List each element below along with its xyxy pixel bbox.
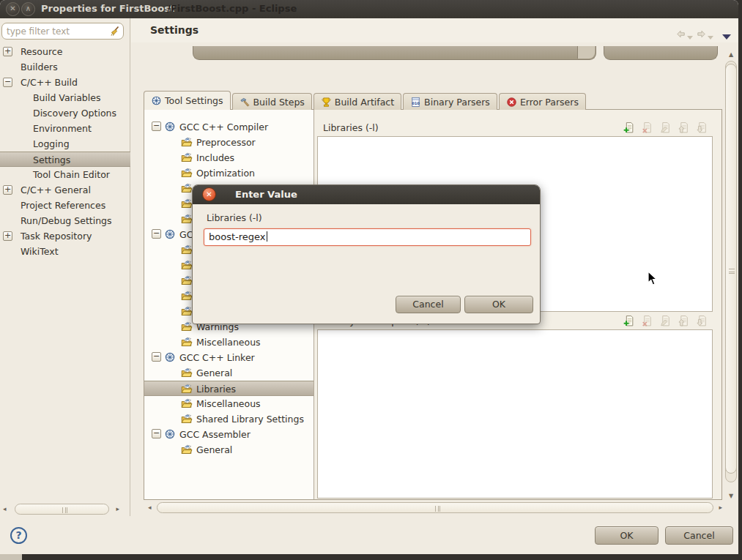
move-up-icon[interactable] [678, 122, 690, 134]
forward-history-dropdown-icon[interactable] [708, 36, 713, 40]
tool-tree-item-gcc-c-linker[interactable]: −GCC C++ Linker [144, 350, 314, 365]
dialog-cancel-button[interactable]: Cancel [396, 296, 461, 313]
libraries-group-title: Libraries (-l) [323, 122, 379, 133]
filter-input[interactable] [7, 25, 105, 37]
tool-tree-item-miscellaneous[interactable]: Miscellaneous [144, 335, 314, 350]
sidebar-item-environment[interactable]: Environment [0, 121, 130, 136]
collapse-icon[interactable]: − [152, 229, 161, 239]
expand-icon[interactable]: + [3, 47, 12, 56]
move-up-icon[interactable] [678, 315, 690, 327]
edit-entry-icon[interactable] [659, 122, 672, 134]
sidebar-item-label: Project References [21, 200, 105, 211]
sidebar-item-task-repository[interactable]: +Task Repository [0, 228, 130, 244]
clear-broom-icon[interactable] [108, 26, 120, 37]
scrollbar-thumb[interactable] [15, 504, 109, 515]
tool-tree-item-gcc-assembler[interactable]: −GCC Assembler [144, 427, 314, 442]
sidebar-item-c-c-build[interactable]: −C/C++ Build [0, 75, 130, 90]
scroll-left-icon[interactable]: ◂ [148, 504, 152, 511]
sidebar-horizontal-scrollbar[interactable]: ◂ ▸ [1, 503, 121, 515]
view-menu-icon[interactable] [722, 34, 731, 40]
tool-tree-item-shared-library-settings[interactable]: Shared Library Settings [144, 411, 314, 427]
ok-button[interactable]: OK [595, 526, 658, 545]
sidebar-item-wikitext[interactable]: WikiText [0, 244, 130, 259]
tab-label: Tool Settings [165, 95, 223, 106]
combo-dropdown-icon[interactable] [577, 46, 595, 59]
scroll-left-icon[interactable]: ◂ [3, 505, 7, 512]
add-entry-icon[interactable] [623, 122, 635, 134]
configuration-combo-clipped[interactable] [193, 46, 596, 60]
sidebar-item-label: Builders [21, 61, 58, 72]
move-down-icon[interactable] [696, 122, 708, 134]
filter-field[interactable] [1, 23, 124, 40]
build-artifact-icon [321, 97, 332, 108]
tool-tree-item-label: General [196, 367, 232, 378]
text-caret [267, 231, 267, 242]
value-input[interactable]: boost-regex [204, 228, 531, 246]
collapse-icon[interactable]: − [152, 122, 161, 131]
expand-icon[interactable]: + [3, 185, 12, 195]
scrollbar-thumb[interactable] [725, 64, 737, 474]
delete-entry-icon[interactable] [641, 122, 653, 134]
tool-tree-item-libraries[interactable]: Libraries [144, 381, 314, 396]
tab-error-parsers[interactable]: Error Parsers [499, 93, 586, 110]
collapse-icon[interactable]: − [152, 352, 161, 362]
sidebar-item-project-references[interactable]: Project References [0, 198, 130, 213]
sidebar-item-resource[interactable]: +Resource [0, 44, 130, 59]
sidebar-item-run-debug-settings[interactable]: Run/Debug Settings [0, 213, 130, 228]
expand-icon[interactable]: + [3, 231, 12, 241]
scroll-down-icon[interactable]: ▼ [725, 493, 737, 499]
tool-tree-item-general[interactable]: General [144, 442, 314, 458]
sidebar-item-build-variables[interactable]: Build Variables [0, 90, 130, 105]
settings-folder-icon [181, 198, 193, 209]
tab-label: Error Parsers [520, 97, 579, 108]
tool-tree-item-preprocessor[interactable]: Preprocessor [144, 135, 314, 150]
tool-tree-item-gcc-c-compiler[interactable]: −GCC C++ Compiler [144, 119, 314, 135]
window-maximize-icon[interactable]: ∧ [21, 2, 35, 16]
forward-arrow-icon[interactable] [696, 29, 707, 40]
delete-entry-icon[interactable] [641, 315, 653, 327]
add-entry-icon[interactable] [623, 315, 635, 327]
sidebar-item-c-c-general[interactable]: +C/C++ General [0, 182, 130, 198]
page-header [131, 18, 738, 42]
tool-tree-item-miscellaneous[interactable]: Miscellaneous [144, 396, 314, 411]
tool-tree-item-label: GCC C++ Compiler [179, 122, 268, 132]
tab-tool-settings[interactable]: Tool Settings [144, 91, 231, 110]
sidebar-item-tool-chain-editor[interactable]: Tool Chain Editor [0, 167, 130, 182]
tool-tree-item-label: Miscellaneous [196, 337, 261, 348]
background-window-title: /FirstBoost.cpp - Eclipse [167, 3, 297, 14]
dialog-close-icon[interactable]: ✕ [202, 187, 216, 201]
search-path-list[interactable] [317, 329, 713, 499]
collapse-icon[interactable]: − [152, 429, 161, 438]
scroll-right-icon[interactable]: ▸ [116, 505, 119, 512]
build-steps-icon [240, 97, 251, 108]
sidebar-item-discovery-options[interactable]: Discovery Options [0, 105, 130, 121]
sidebar-item-logging[interactable]: Logging [0, 136, 130, 152]
tool-tree-item-label: Optimization [196, 168, 255, 179]
edit-entry-icon[interactable] [659, 315, 672, 327]
sidebar-item-settings[interactable]: Settings [0, 152, 130, 167]
tool-tree-item-optimization[interactable]: Optimization [144, 165, 314, 181]
sidebar-item-builders[interactable]: Builders [0, 59, 130, 75]
window-close-icon[interactable]: ✕ [6, 2, 20, 16]
cancel-button[interactable]: Cancel [665, 526, 733, 545]
scroll-up-icon[interactable]: ▲ [725, 51, 737, 58]
back-history-dropdown-icon[interactable] [687, 36, 693, 40]
tab-build-artifact[interactable]: Build Artifact [314, 93, 401, 110]
sidebar-item-label: Task Repository [21, 231, 92, 242]
main-horizontal-scrollbar[interactable]: ◂ ▸ [146, 501, 724, 515]
manage-configurations-button-clipped[interactable] [604, 46, 718, 60]
help-button[interactable]: ? [10, 527, 27, 544]
back-arrow-icon[interactable] [675, 29, 686, 40]
tool-tree-item-includes[interactable]: Includes [144, 150, 314, 165]
tool-tree-item-general[interactable]: General [144, 365, 314, 381]
settings-folder-icon [181, 167, 193, 179]
move-down-icon[interactable] [696, 315, 708, 327]
dialog-ok-button[interactable]: OK [464, 296, 533, 313]
settings-folder-icon [181, 397, 193, 409]
tab-binary-parsers[interactable]: Binary Parsers [403, 93, 497, 110]
scroll-right-icon[interactable]: ▸ [719, 504, 722, 511]
scrollbar-thumb[interactable] [157, 502, 713, 513]
main-vertical-scrollbar[interactable]: ▲ ▼ [724, 50, 738, 501]
tab-build-steps[interactable]: Build Steps [232, 93, 312, 110]
collapse-icon[interactable]: − [3, 78, 12, 87]
